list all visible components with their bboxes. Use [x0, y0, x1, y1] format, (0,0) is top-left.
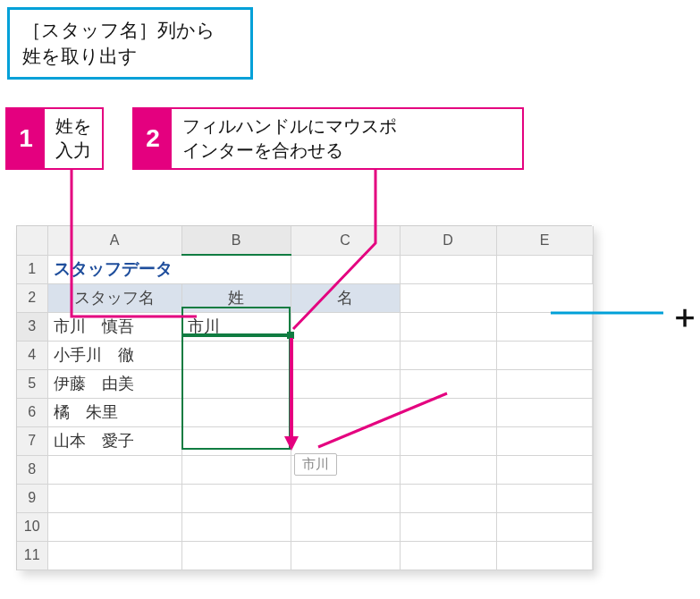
cell-D8[interactable] — [400, 455, 496, 484]
cell-B10[interactable] — [181, 512, 291, 541]
callout-title: ［スタッフ名］列から 姓を取り出す — [7, 7, 253, 80]
row-1: 1 スタッフデータ — [17, 255, 593, 283]
step-2-number: 2 — [134, 109, 172, 168]
col-header-B[interactable]: B — [181, 226, 291, 255]
row-3: 3 市川 慎吾 市川 — [17, 312, 593, 341]
col-header-E[interactable]: E — [496, 226, 593, 255]
drag-tooltip: 市川 — [294, 453, 337, 476]
row-header-8[interactable]: 8 — [17, 455, 47, 484]
cell-D2[interactable] — [400, 283, 496, 312]
cell-C7[interactable] — [291, 426, 400, 455]
cell-E4[interactable] — [496, 341, 593, 369]
row-9: 9 — [17, 484, 593, 512]
cell-B3[interactable]: 市川 — [181, 312, 291, 341]
cell-E2[interactable] — [496, 283, 593, 312]
cell-B6[interactable] — [181, 398, 291, 426]
row-header-11[interactable]: 11 — [17, 541, 47, 569]
cell-A9[interactable] — [47, 484, 181, 512]
select-all-corner[interactable] — [17, 226, 47, 255]
row-10: 10 — [17, 512, 593, 541]
step-1-text-span: 姓を 入力 — [55, 114, 91, 163]
cell-D10[interactable] — [400, 512, 496, 541]
cell-D1[interactable] — [400, 255, 496, 283]
cell-D4[interactable] — [400, 341, 496, 369]
cell-C10[interactable] — [291, 512, 400, 541]
cell-A3[interactable]: 市川 慎吾 — [47, 312, 181, 341]
cell-D3[interactable] — [400, 312, 496, 341]
cell-E3[interactable] — [496, 312, 593, 341]
row-4: 4 小手川 徹 — [17, 341, 593, 369]
cell-B7[interactable] — [181, 426, 291, 455]
cell-C11[interactable] — [291, 541, 400, 569]
row-header-3[interactable]: 3 — [17, 312, 47, 341]
row-header-1[interactable]: 1 — [17, 255, 47, 283]
cell-A11[interactable] — [47, 541, 181, 569]
cell-B2[interactable]: 姓 — [181, 283, 291, 312]
cell-A6[interactable]: 橘 朱里 — [47, 398, 181, 426]
spreadsheet[interactable]: A B C D E 1 スタッフデータ 2 スタッフ名 姓 名 3 市川 慎吾 … — [16, 225, 592, 570]
cell-B9[interactable] — [181, 484, 291, 512]
cell-E5[interactable] — [496, 369, 593, 398]
cell-A2[interactable]: スタッフ名 — [47, 283, 181, 312]
col-header-C[interactable]: C — [291, 226, 400, 255]
row-header-2[interactable]: 2 — [17, 283, 47, 312]
cell-D9[interactable] — [400, 484, 496, 512]
cell-D7[interactable] — [400, 426, 496, 455]
cell-A1-title[interactable]: スタッフデータ — [47, 255, 291, 283]
cell-A7[interactable]: 山本 愛子 — [47, 426, 181, 455]
cell-B4[interactable] — [181, 341, 291, 369]
cell-E10[interactable] — [496, 512, 593, 541]
cell-B5[interactable] — [181, 369, 291, 398]
cell-D5[interactable] — [400, 369, 496, 398]
callout-title-text: ［スタッフ名］列から 姓を取り出す — [22, 20, 215, 66]
row-5: 5 伊藤 由美 — [17, 369, 593, 398]
row-6: 6 橘 朱里 — [17, 398, 593, 426]
cell-E1[interactable] — [496, 255, 593, 283]
cell-D11[interactable] — [400, 541, 496, 569]
step-1: 1 姓を 入力 — [5, 107, 104, 170]
cell-E7[interactable] — [496, 426, 593, 455]
cell-C9[interactable] — [291, 484, 400, 512]
cell-A8[interactable] — [47, 455, 181, 484]
cell-A4[interactable]: 小手川 徹 — [47, 341, 181, 369]
row-2: 2 スタッフ名 姓 名 — [17, 283, 593, 312]
row-header-6[interactable]: 6 — [17, 398, 47, 426]
row-header-4[interactable]: 4 — [17, 341, 47, 369]
cell-E9[interactable] — [496, 484, 593, 512]
cell-C1[interactable] — [291, 255, 400, 283]
step-2-text-span: フィルハンドルにマウスポ インターを合わせる — [182, 114, 397, 163]
cell-E6[interactable] — [496, 398, 593, 426]
col-header-D[interactable]: D — [400, 226, 496, 255]
step-2: 2 フィルハンドルにマウスポ インターを合わせる — [132, 107, 524, 170]
cell-C5[interactable] — [291, 369, 400, 398]
cell-E11[interactable] — [496, 541, 593, 569]
col-header-A[interactable]: A — [47, 226, 181, 255]
row-7: 7 山本 愛子 — [17, 426, 593, 455]
row-header-5[interactable]: 5 — [17, 369, 47, 398]
step-2-text: フィルハンドルにマウスポ インターを合わせる — [172, 109, 408, 168]
fill-cursor-icon: ＋ — [669, 295, 700, 339]
row-header-9[interactable]: 9 — [17, 484, 47, 512]
step-1-text: 姓を 入力 — [45, 109, 102, 168]
cell-B11[interactable] — [181, 541, 291, 569]
step-1-number: 1 — [7, 109, 45, 168]
cell-B8[interactable] — [181, 455, 291, 484]
cell-C6[interactable] — [291, 398, 400, 426]
row-header-7[interactable]: 7 — [17, 426, 47, 455]
cell-C2[interactable]: 名 — [291, 283, 400, 312]
cell-C4[interactable] — [291, 341, 400, 369]
row-header-10[interactable]: 10 — [17, 512, 47, 541]
cell-A10[interactable] — [47, 512, 181, 541]
cell-D6[interactable] — [400, 398, 496, 426]
cell-C3[interactable] — [291, 312, 400, 341]
cell-A5[interactable]: 伊藤 由美 — [47, 369, 181, 398]
column-header-row: A B C D E — [17, 226, 593, 255]
row-11: 11 — [17, 541, 593, 569]
cell-E8[interactable] — [496, 455, 593, 484]
spreadsheet-grid[interactable]: A B C D E 1 スタッフデータ 2 スタッフ名 姓 名 3 市川 慎吾 … — [17, 226, 594, 570]
